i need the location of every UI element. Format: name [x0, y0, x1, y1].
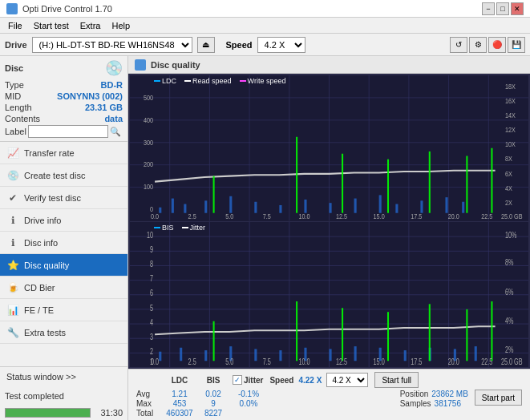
speed-stats-label: Speed — [269, 376, 293, 385]
svg-rect-33 — [204, 200, 207, 212]
window-controls: − □ ✕ — [482, 2, 524, 15]
menu-extra[interactable]: Extra — [75, 20, 106, 31]
start-full-button[interactable]: Start full — [374, 372, 419, 388]
svg-text:15.0: 15.0 — [374, 212, 385, 220]
extra-tests-icon: 🔧 — [6, 326, 19, 339]
nav-transfer-rate-label: Transfer rate — [24, 148, 75, 158]
svg-rect-47 — [342, 154, 343, 213]
maximize-button[interactable]: □ — [496, 2, 509, 15]
stats-speed-select[interactable]: 4.2 X 2.0 X 6.0 X — [326, 373, 368, 387]
speed-label: Speed — [226, 40, 253, 50]
bottom-chart: BIS Jitter — [130, 222, 528, 368]
disc-mid-row: MID SONYNN3 (002) — [5, 91, 123, 101]
drive-bar: Drive (H:) HL-DT-ST BD-RE WH16NS48 1.D3 … — [0, 34, 530, 56]
close-button[interactable]: ✕ — [511, 2, 524, 15]
svg-rect-31 — [172, 199, 174, 213]
progress-bar — [5, 408, 91, 418]
toolbar-buttons: ↺ ⚙ 🔴 💾 — [450, 37, 525, 53]
max-jitter: 0.0% — [233, 399, 265, 408]
samples-label: Samples — [400, 399, 431, 408]
svg-rect-39 — [354, 199, 357, 213]
nav-fe-te[interactable]: 📊 FE / TE — [0, 299, 127, 321]
svg-rect-102 — [279, 350, 281, 361]
nav-disc-info[interactable]: ℹ Disc info — [0, 232, 127, 254]
start-part-button[interactable]: Start part — [475, 390, 522, 406]
bis-legend-label: BIS — [162, 224, 174, 232]
svg-rect-110 — [475, 346, 477, 361]
eject-button[interactable]: ⏏ — [197, 37, 215, 53]
menu-help[interactable]: Help — [107, 20, 135, 31]
nav-create-test-disc[interactable]: 💿 Create test disc — [0, 164, 127, 187]
speed-avg-value: 4.22 X — [298, 376, 322, 385]
start-part-button-container: Start part — [475, 390, 522, 406]
svg-rect-44 — [462, 202, 464, 213]
nav-drive-info[interactable]: ℹ Drive info — [0, 209, 127, 232]
nav-disc-quality[interactable]: ⭐ Disc quality — [0, 254, 127, 277]
drive-select[interactable]: (H:) HL-DT-ST BD-RE WH16NS48 1.D3 — [32, 37, 192, 53]
label-edit-icon[interactable]: 🔍 — [110, 127, 121, 137]
settings-button[interactable]: ⚙ — [469, 37, 487, 53]
avg-bis: 0.02 — [199, 390, 228, 398]
svg-text:17.5: 17.5 — [411, 212, 422, 220]
bottom-chart-svg: 10 9 8 7 6 5 4 3 2 1 10% 8% — [130, 222, 528, 368]
ldc-legend-label: LDC — [162, 77, 176, 85]
disc-length-value: 23.31 GB — [85, 103, 123, 112]
minimize-button[interactable]: − — [482, 2, 495, 15]
write-speed-legend-label: Write speed — [248, 77, 286, 85]
svg-text:4X: 4X — [505, 184, 512, 192]
svg-text:15.0: 15.0 — [374, 356, 385, 366]
svg-rect-45 — [213, 176, 215, 213]
jitter-label: Jitter — [244, 376, 263, 385]
bis-legend-color — [154, 227, 160, 228]
svg-text:12.5: 12.5 — [336, 356, 347, 366]
status-area: Test completed — [0, 386, 127, 406]
svg-text:100: 100 — [144, 182, 153, 191]
progress-bar-fill — [6, 409, 90, 417]
status-text: Test completed — [5, 391, 64, 401]
info-button[interactable]: 🔴 — [488, 37, 506, 53]
svg-text:2%: 2% — [505, 344, 514, 354]
jitter-checkbox[interactable]: ✓ — [233, 375, 242, 385]
write-speed-legend-color — [240, 80, 246, 82]
refresh-button[interactable]: ↺ — [450, 37, 467, 53]
stats-bis-header: BIS — [199, 376, 228, 385]
disc-contents-row: Contents data — [5, 114, 123, 123]
disc-image-icon: 💿 — [105, 59, 123, 77]
disc-label-input[interactable] — [28, 125, 108, 138]
nav-drive-info-label: Drive info — [24, 216, 61, 225]
read-speed-legend: Read speed — [184, 77, 232, 85]
svg-text:5.0: 5.0 — [225, 212, 233, 220]
svg-rect-101 — [254, 349, 257, 361]
status-window-button[interactable]: Status window >> — [0, 367, 127, 386]
bis-legend: BIS — [154, 224, 174, 232]
menu-file[interactable]: File — [3, 20, 27, 31]
save-button[interactable]: 💾 — [508, 37, 525, 53]
speed-select[interactable]: 4.2 X 1.0 X 2.0 X 6.0 X 8.0 X — [257, 37, 305, 53]
svg-text:20.0: 20.0 — [448, 212, 459, 220]
action-buttons: Start full — [374, 372, 419, 388]
nav-transfer-rate[interactable]: 📈 Transfer rate — [0, 142, 127, 164]
svg-text:200: 200 — [144, 160, 153, 168]
svg-rect-40 — [379, 195, 382, 212]
nav-cd-bier[interactable]: 🍺 CD Bier — [0, 277, 127, 299]
menu-bar: File Start test Extra Help — [0, 18, 530, 34]
nav-extra-tests[interactable]: 🔧 Extra tests — [0, 321, 127, 344]
svg-rect-41 — [395, 204, 398, 213]
svg-text:0.0: 0.0 — [151, 212, 159, 220]
svg-rect-34 — [229, 196, 232, 213]
svg-text:20.0: 20.0 — [448, 356, 459, 366]
total-label: Total — [136, 409, 160, 418]
status-bar: Status window >> Test completed 31:30 — [0, 366, 127, 420]
svg-text:4: 4 — [150, 316, 154, 326]
nav-verify-test-disc[interactable]: ✔ Verify test disc — [0, 187, 127, 209]
nav-extra-tests-label: Extra tests — [24, 328, 66, 337]
svg-text:10: 10 — [147, 229, 153, 240]
time-display: 31:30 — [94, 408, 123, 418]
svg-text:8%: 8% — [505, 256, 514, 267]
menu-start-test[interactable]: Start test — [29, 20, 74, 31]
position-value: 23862 MB — [431, 390, 468, 398]
svg-rect-98 — [180, 347, 182, 361]
svg-rect-35 — [254, 202, 257, 213]
position-row: Position 23862 MB — [400, 390, 468, 398]
stats-area: LDC BIS ✓ Jitter Speed 4.22 X 4.2 X 2.0 … — [128, 369, 530, 420]
